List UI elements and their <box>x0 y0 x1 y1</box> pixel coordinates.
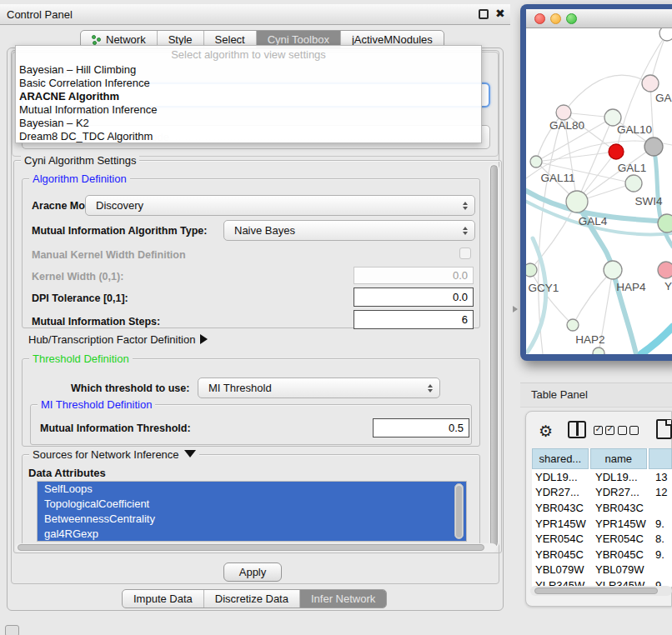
network-node[interactable] <box>556 105 571 120</box>
tab-discretize-data[interactable]: Discretize Data <box>204 590 300 608</box>
table-cell: YDL19... <box>594 471 655 483</box>
network-node[interactable] <box>526 263 537 277</box>
close-icon[interactable]: ✖ <box>495 7 505 20</box>
network-node[interactable] <box>530 156 542 168</box>
network-edge <box>536 152 616 162</box>
tab-infer-network-label: Infer Network <box>311 592 375 605</box>
network-edge-thick <box>641 327 672 354</box>
dpi-tolerance-field[interactable]: 0.0 <box>354 288 474 307</box>
tab-impute-data[interactable]: Impute Data <box>123 590 204 608</box>
scrollbar-thumb[interactable] <box>18 544 484 551</box>
algorithm-popup-placeholder: Select algorithm to view settings <box>16 46 481 63</box>
tab-impute-data-label: Impute Data <box>133 592 193 605</box>
network-node[interactable] <box>658 262 672 278</box>
combo-arrows-icon <box>463 227 468 235</box>
network-canvas[interactable]: GAL GAL80 GAL10 GAL1 GAL11 SWI4 GAL4 GCY… <box>526 28 672 354</box>
algorithm-option-selected[interactable]: ARACNE Algorithm <box>16 90 481 103</box>
table-row[interactable]: YDL19...YDL19...13 <box>532 469 672 485</box>
kernel-width-field[interactable]: 0.0 <box>354 267 474 284</box>
tab-infer-network[interactable]: Infer Network <box>300 590 386 608</box>
mi-threshold-field[interactable]: 0.5 <box>373 418 469 438</box>
table-row[interactable]: YBL079WYBL079W <box>532 562 672 578</box>
settings-horizontal-scrollbar[interactable] <box>15 543 497 552</box>
gear-icon[interactable]: ⚙ <box>539 422 553 441</box>
attribute-item-selected[interactable]: TopologicalCoefficient <box>38 497 466 512</box>
network-node[interactable] <box>593 348 604 354</box>
attribute-item-selected[interactable]: SelfLoops <box>38 482 466 497</box>
tab-jactivemnodules-label: jActiveMNodules <box>352 33 433 46</box>
minimized-panel-icon[interactable] <box>5 625 19 635</box>
cyni-bottom-tabs: Impute Data Discretize Data Infer Networ… <box>122 589 387 608</box>
mac-minimize-button[interactable] <box>550 13 561 24</box>
document-icon[interactable] <box>656 419 672 439</box>
table-row[interactable]: YBR045CYBR045C9. <box>532 547 672 562</box>
attribute-item-selected[interactable]: gal4RGexp <box>38 527 466 542</box>
algorithm-option[interactable]: Bayesian – K2 <box>16 117 481 130</box>
attribute-item-selected[interactable]: BetweennessCentrality <box>38 512 466 527</box>
deselect-all-icon[interactable] <box>618 426 639 435</box>
network-node[interactable] <box>658 214 672 232</box>
scrollbar-thumb[interactable] <box>534 588 658 594</box>
hub-definition-expander[interactable]: Hub/Transcription Factor Definition <box>28 333 208 346</box>
table-panel-title: Table Panel <box>531 388 588 401</box>
algorithm-option[interactable]: Mutual Information Inference <box>16 103 481 117</box>
mi-type-combobox[interactable]: Naive Bayes <box>223 220 475 241</box>
network-node-gray[interactable] <box>644 138 663 156</box>
mac-close-button[interactable] <box>534 13 545 24</box>
split-view-icon[interactable] <box>568 421 586 438</box>
table-header-row: shared... name <box>532 448 672 469</box>
node-label: GCY1 <box>529 282 559 294</box>
network-node[interactable] <box>642 75 659 92</box>
algorithm-option[interactable]: Dream8 DC_TDC Algorithm <box>16 130 481 143</box>
apply-button[interactable]: Apply <box>223 562 282 582</box>
mi-steps-label: Mutual Information Steps: <box>32 316 160 328</box>
network-node[interactable] <box>625 175 642 192</box>
network-node[interactable] <box>659 28 672 41</box>
which-threshold-label: Which threshold to use: <box>71 382 189 394</box>
table-row[interactable]: YDR27...YDR27...12 <box>532 485 672 501</box>
settings-vertical-scrollbar[interactable] <box>489 163 499 548</box>
network-node-red[interactable] <box>609 144 624 159</box>
aracne-mode-combobox[interactable]: Discovery <box>85 195 475 216</box>
data-attributes-list[interactable]: SelfLoops TopologicalCoefficient Between… <box>37 481 467 542</box>
scrollbar-thumb[interactable] <box>490 165 498 547</box>
table-horizontal-scrollbar[interactable] <box>530 586 672 596</box>
network-node[interactable] <box>604 261 622 279</box>
network-edge-thick <box>528 238 546 352</box>
table-row[interactable]: YER054CYER054C8. <box>532 531 672 547</box>
tab-discretize-data-label: Discretize Data <box>215 592 288 605</box>
table-row[interactable]: YBR043CYBR043C <box>532 500 672 516</box>
mi-type-value: Naive Bayes <box>234 224 295 237</box>
table-cell: 8. <box>655 532 672 545</box>
mi-threshold-definition-title: MI Threshold Definition <box>38 398 155 411</box>
attribute-list-scrollbar[interactable] <box>454 483 464 539</box>
unchecked-checkbox-icon <box>618 426 627 435</box>
sources-expander[interactable]: Sources for Network Inference <box>29 448 199 461</box>
select-all-icon[interactable] <box>594 426 614 435</box>
table-cell: YPR145W <box>594 518 655 530</box>
table-row[interactable]: YPR145WYPR145W9. <box>532 516 672 532</box>
network-window-titlebar[interactable] <box>526 9 672 28</box>
network-node[interactable] <box>566 191 588 212</box>
mi-steps-field[interactable]: 6 <box>354 310 474 329</box>
network-node[interactable] <box>567 319 579 331</box>
algorithm-option[interactable]: Basic Correlation Inference <box>16 77 481 90</box>
column-header[interactable] <box>649 448 672 469</box>
table-cell: YDR27... <box>594 486 655 498</box>
column-header[interactable]: shared... <box>532 448 589 469</box>
network-edge <box>530 202 577 270</box>
algorithm-option[interactable]: Bayesian – Hill Climbing <box>16 63 481 77</box>
sources-title: Sources for Network Inference <box>33 448 179 461</box>
which-threshold-combobox[interactable]: MI Threshold <box>198 378 440 398</box>
splitter-collapse-icon[interactable] <box>513 306 518 312</box>
manual-kernel-checkbox[interactable] <box>459 248 471 259</box>
hub-definition-label: Hub/Transcription Factor Definition <box>28 333 195 346</box>
network-nodes <box>526 28 672 354</box>
scrollbar-thumb[interactable] <box>456 486 462 538</box>
column-header[interactable]: name <box>590 448 647 469</box>
expander-arrow-icon <box>200 334 208 344</box>
mac-zoom-button[interactable] <box>566 13 577 24</box>
checked-checkbox-icon <box>594 426 603 435</box>
network-edge <box>530 270 573 325</box>
float-window-icon[interactable] <box>479 9 489 19</box>
